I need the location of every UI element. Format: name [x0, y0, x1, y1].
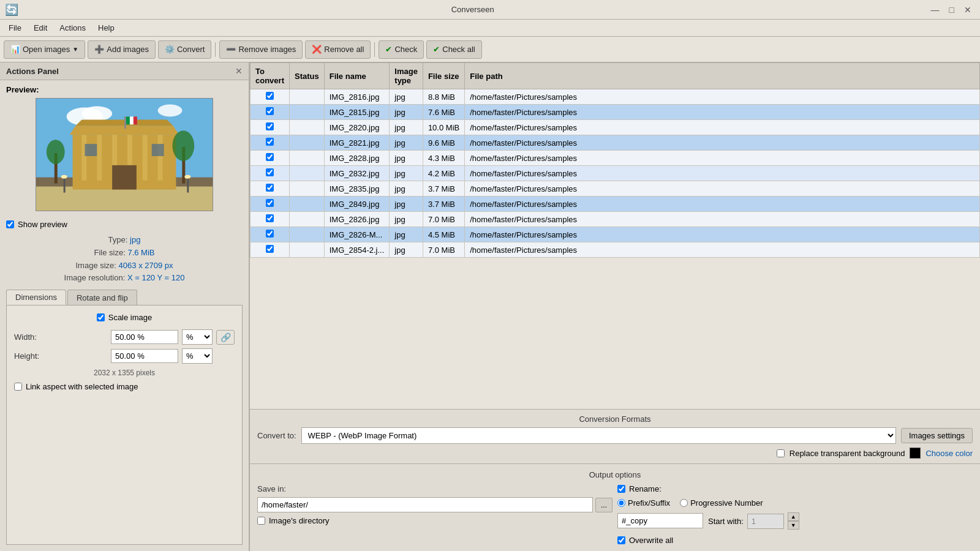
- close-button[interactable]: ✕: [960, 4, 975, 16]
- rename-checkbox[interactable]: [617, 485, 625, 493]
- check-button[interactable]: ✔ Check: [379, 40, 424, 59]
- height-input[interactable]: [111, 349, 178, 363]
- row-check-cell[interactable]: [251, 89, 290, 105]
- row-check-cell[interactable]: [251, 227, 290, 242]
- row-status-cell: [289, 151, 324, 166]
- table-header-row: To convert Status File name Image type F…: [251, 63, 980, 89]
- row-checkbox[interactable]: [266, 214, 274, 222]
- save-in-input[interactable]: [257, 497, 593, 512]
- open-images-button[interactable]: 📊 Open images ▼: [4, 40, 85, 59]
- file-list-container[interactable]: To convert Status File name Image type F…: [250, 62, 980, 409]
- table-row[interactable]: IMG_2835.jpg jpg 3.7 MiB /home/faster/Pi…: [251, 181, 980, 197]
- row-check-cell[interactable]: [251, 151, 290, 166]
- show-preview-row: Show preview: [0, 216, 249, 233]
- scale-image-checkbox[interactable]: [97, 313, 105, 321]
- row-filename-cell: IMG_2832.jpg: [324, 166, 390, 181]
- link-aspect-row: Link aspect with selected image: [14, 382, 235, 391]
- row-checkbox[interactable]: [266, 122, 274, 130]
- row-checkbox[interactable]: [266, 245, 274, 253]
- minimize-button[interactable]: —: [927, 4, 943, 16]
- replace-transparent-label: Replace transparent background: [790, 449, 905, 458]
- row-checkbox[interactable]: [266, 107, 274, 115]
- prefix-suffix-radio[interactable]: [617, 499, 625, 507]
- table-row[interactable]: IMG_2826.jpg jpg 7.0 MiB /home/faster/Pi…: [251, 212, 980, 227]
- tabs-bar: Dimensions Rotate and flip: [0, 286, 249, 305]
- rename-column: Rename: Prefix/Suffix Progressive Number: [617, 484, 973, 545]
- row-checkbox[interactable]: [266, 168, 274, 176]
- svg-rect-15: [112, 165, 137, 190]
- convert-button[interactable]: ⚙️ Convert: [158, 40, 212, 59]
- row-check-cell[interactable]: [251, 197, 290, 212]
- browse-button[interactable]: ...: [595, 498, 612, 512]
- link-aspect-checkbox[interactable]: [14, 383, 22, 391]
- table-row[interactable]: IMG_2815.jpg jpg 7.6 MiB /home/faster/Pi…: [251, 105, 980, 120]
- row-checkbox[interactable]: [266, 199, 274, 207]
- table-row[interactable]: IMG_2849.jpg jpg 3.7 MiB /home/faster/Pi…: [251, 197, 980, 212]
- table-row[interactable]: IMG_2828.jpg jpg 4.3 MiB /home/faster/Pi…: [251, 151, 980, 166]
- menu-edit[interactable]: Edit: [28, 21, 53, 35]
- row-check-cell[interactable]: [251, 166, 290, 181]
- table-row[interactable]: IMG_2821.jpg jpg 9.6 MiB /home/faster/Pi…: [251, 135, 980, 151]
- preview-label: Preview:: [6, 85, 243, 94]
- check-all-button[interactable]: ✔ Check all: [426, 40, 481, 59]
- progressive-number-radio[interactable]: [680, 499, 688, 507]
- row-check-cell[interactable]: [251, 181, 290, 197]
- remove-all-button[interactable]: ❌ Remove all: [305, 40, 371, 59]
- dimensions-tab-content: Scale image Width: % px 🔗 Height: % px 2…: [6, 305, 243, 545]
- imgsize-value: 4063 x 2709 px: [119, 261, 173, 270]
- row-filename-cell: IMG_2816.jpg: [324, 89, 390, 105]
- row-type-cell: jpg: [390, 120, 423, 135]
- file-table: To convert Status File name Image type F…: [250, 62, 980, 258]
- panel-close-button[interactable]: ✕: [235, 66, 243, 76]
- row-check-cell[interactable]: [251, 105, 290, 120]
- choose-color-button[interactable]: Choose color: [925, 449, 973, 458]
- prefix-input[interactable]: [617, 513, 703, 528]
- resolution-info: Image resolution: X = 120 Y = 120: [6, 272, 243, 285]
- format-select[interactable]: WEBP - (WebP Image Format) JPEG - (Joint…: [301, 427, 896, 444]
- start-with-input[interactable]: [747, 514, 784, 529]
- row-checkbox[interactable]: [266, 92, 274, 100]
- row-type-cell: jpg: [390, 242, 423, 258]
- menu-help[interactable]: Help: [92, 21, 121, 35]
- menu-file[interactable]: File: [2, 21, 28, 35]
- overwrite-all-checkbox[interactable]: [617, 536, 625, 544]
- table-row[interactable]: IMG_2854-2.j... jpg 7.0 MiB /home/faster…: [251, 242, 980, 258]
- table-row[interactable]: IMG_2816.jpg jpg 8.8 MiB /home/faster/Pi…: [251, 89, 980, 105]
- row-check-cell[interactable]: [251, 242, 290, 258]
- show-preview-checkbox[interactable]: [6, 220, 14, 228]
- table-row[interactable]: IMG_2820.jpg jpg 10.0 MiB /home/faster/P…: [251, 120, 980, 135]
- preview-image-container: [36, 98, 213, 211]
- start-with-down[interactable]: ▼: [788, 521, 799, 530]
- row-check-cell[interactable]: [251, 135, 290, 151]
- width-input[interactable]: [111, 330, 178, 344]
- link-aspect-label: Link aspect with selected image: [26, 382, 138, 391]
- replace-transparent-checkbox[interactable]: [777, 449, 785, 457]
- row-checkbox[interactable]: [266, 230, 274, 238]
- svg-rect-26: [64, 178, 66, 193]
- progressive-number-label: Progressive Number: [690, 498, 763, 508]
- image-directory-checkbox[interactable]: [257, 517, 265, 525]
- row-path-cell: /home/faster/Pictures/samples: [465, 135, 980, 151]
- row-status-cell: [289, 89, 324, 105]
- tab-rotate-flip[interactable]: Rotate and flip: [67, 290, 137, 305]
- images-settings-button[interactable]: Images settings: [901, 428, 973, 443]
- row-checkbox[interactable]: [266, 153, 274, 161]
- row-size-cell: 4.3 MiB: [423, 151, 464, 166]
- tab-dimensions[interactable]: Dimensions: [6, 290, 66, 305]
- link-dimensions-button[interactable]: 🔗: [216, 330, 235, 345]
- row-check-cell[interactable]: [251, 120, 290, 135]
- height-unit-select[interactable]: % px: [182, 348, 213, 364]
- table-row[interactable]: IMG_2826-M... jpg 4.5 MiB /home/faster/P…: [251, 227, 980, 242]
- svg-point-19: [172, 130, 194, 161]
- width-unit-select[interactable]: % px: [182, 329, 213, 345]
- remove-images-button[interactable]: ➖ Remove images: [219, 40, 303, 59]
- menu-actions[interactable]: Actions: [53, 21, 92, 35]
- add-images-button[interactable]: ➕ Add images: [88, 40, 156, 59]
- row-checkbox[interactable]: [266, 184, 274, 192]
- table-row[interactable]: IMG_2832.jpg jpg 4.2 MiB /home/faster/Pi…: [251, 166, 980, 181]
- row-check-cell[interactable]: [251, 212, 290, 227]
- panel-title: Actions Panel: [6, 67, 59, 76]
- maximize-button[interactable]: □: [946, 4, 958, 16]
- row-checkbox[interactable]: [266, 138, 274, 146]
- start-with-up[interactable]: ▲: [788, 512, 799, 521]
